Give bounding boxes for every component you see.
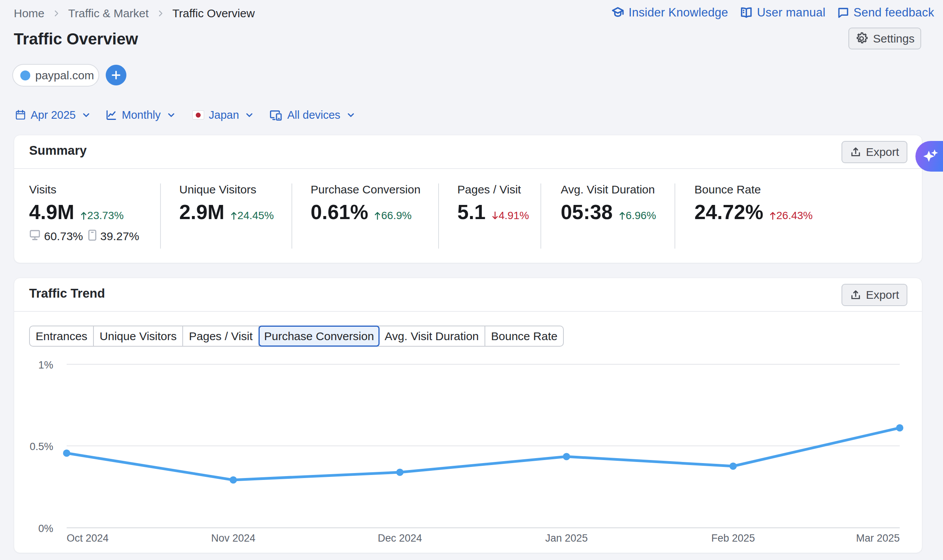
svg-text:Feb 2025: Feb 2025 xyxy=(711,532,755,544)
svg-text:Dec 2024: Dec 2024 xyxy=(378,532,422,544)
svg-text:0.5%: 0.5% xyxy=(29,441,53,452)
svg-text:1%: 1% xyxy=(38,359,53,371)
svg-text:Mar 2025: Mar 2025 xyxy=(856,532,900,544)
svg-text:Jan 2025: Jan 2025 xyxy=(545,532,588,544)
svg-text:Nov 2024: Nov 2024 xyxy=(211,532,255,544)
svg-text:0%: 0% xyxy=(38,523,53,534)
svg-text:Oct 2024: Oct 2024 xyxy=(67,532,109,544)
